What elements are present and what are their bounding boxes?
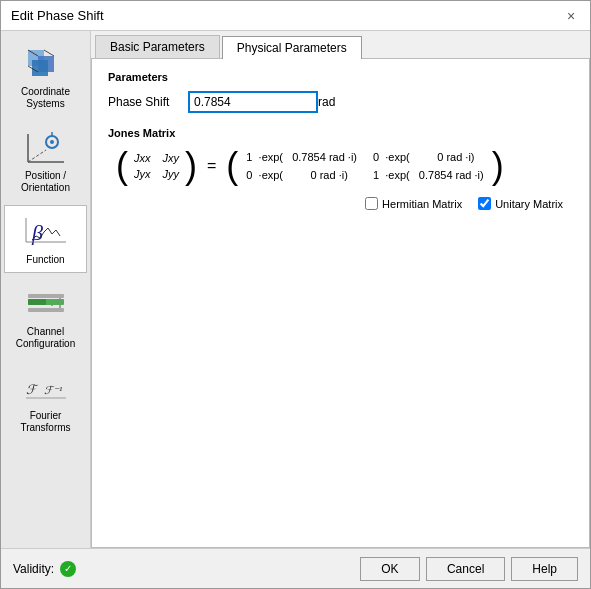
title-bar: Edit Phase Shift × [1,1,590,31]
sidebar-label-position-orientation: Position /Orientation [21,170,70,194]
equals-sign: = [207,157,216,175]
svg-line-8 [28,150,46,162]
unitary-label-text: Unitary Matrix [495,198,563,210]
parameters-section-title: Parameters [108,71,573,83]
help-button[interactable]: Help [511,557,578,581]
sidebar-item-function[interactable]: β Function [4,205,87,273]
validity-label: Validity: [13,562,54,576]
sidebar-item-coordinate-systems[interactable]: CoordinateSystems [4,37,87,117]
tab-physical-parameters[interactable]: Physical Parameters [222,36,362,59]
svg-text:ℱ: ℱ [26,382,39,397]
dialog-title: Edit Phase Shift [11,8,104,23]
matrix-jxx: Jxx [134,152,151,164]
svg-line-20 [52,230,56,234]
left-bracket-open: ( [116,148,128,184]
sidebar-item-position-orientation[interactable]: Position /Orientation [4,121,87,201]
sidebar-label-channel-configuration: ChannelConfiguration [16,326,75,350]
fourier-transforms-icon: ℱ ℱ⁻¹ [22,368,70,408]
sidebar-label-coordinate-systems: CoordinateSystems [21,86,70,110]
matrix-r1c2: 0 ·exp( 0 rad ·i) [373,151,484,163]
phase-shift-row: Phase Shift rad [108,91,573,113]
matrix-r2c2: 1 ·exp( 0.7854 rad ·i) [373,169,484,181]
svg-rect-2 [32,60,48,76]
phase-shift-label: Phase Shift [108,95,188,109]
validity-row: Validity: ✓ [13,561,76,577]
unitary-matrix-checkbox-label[interactable]: Unitary Matrix [478,197,563,210]
cancel-button[interactable]: Cancel [426,557,505,581]
svg-point-10 [50,140,54,144]
phase-shift-input[interactable] [188,91,318,113]
main-content: Basic Parameters Physical Parameters Par… [91,31,590,548]
coordinate-systems-icon [22,44,70,84]
tab-content-physical-parameters: Parameters Phase Shift rad Jones Matrix … [91,59,590,548]
matrix-r2c1: 0 ·exp( 0 rad ·i) [246,169,357,181]
hermitian-matrix-checkbox[interactable] [365,197,378,210]
hermitian-matrix-checkbox-label[interactable]: Hermitian Matrix [365,197,462,210]
tab-basic-parameters[interactable]: Basic Parameters [95,35,220,58]
matrix-right-content: 1 ·exp( 0.7854 rad ·i) 0 ·exp( 0 rad ·i)… [238,147,491,185]
matrix-jyx: Jyx [134,168,151,180]
matrix-r1c1: 1 ·exp( 0.7854 rad ·i) [246,151,357,163]
checkboxes-row: Hermitian Matrix Unitary Matrix [108,197,573,210]
sidebar: CoordinateSystems Position /Orientation [1,31,91,548]
matrix-jyy: Jyy [163,168,180,180]
unitary-matrix-checkbox[interactable] [478,197,491,210]
dialog-footer: Validity: ✓ OK Cancel Help [1,548,590,588]
validity-icon: ✓ [60,561,76,577]
svg-text:β: β [31,220,43,245]
sidebar-item-channel-configuration[interactable]: ChannelConfiguration [4,277,87,357]
position-orientation-icon [22,128,70,168]
svg-line-21 [56,230,60,236]
close-button[interactable]: × [562,7,580,25]
svg-text:ℱ⁻¹: ℱ⁻¹ [44,384,62,396]
dialog-body: CoordinateSystems Position /Orientation [1,31,590,548]
svg-rect-23 [28,299,46,305]
ok-button[interactable]: OK [360,557,420,581]
svg-line-19 [48,228,52,234]
jones-matrix: ( Jxx Jxy Jyx Jyy ) = ( 1 ·exp( 0.7854 r… [116,147,573,185]
jones-matrix-section-title: Jones Matrix [108,127,573,139]
left-bracket-close: ) [185,148,197,184]
svg-rect-26 [28,308,64,312]
right-bracket-open: ( [226,148,238,184]
footer-buttons: OK Cancel Help [360,557,578,581]
tabs: Basic Parameters Physical Parameters [91,31,590,59]
edit-phase-shift-dialog: Edit Phase Shift × CoordinateSystems [0,0,591,589]
channel-configuration-icon [22,284,70,324]
function-icon: β [22,212,70,252]
svg-rect-27 [28,294,64,298]
right-bracket-close: ) [492,148,504,184]
sidebar-label-function: Function [26,254,64,266]
phase-shift-input-wrapper: rad [188,91,335,113]
matrix-left-content: Jxx Jxy Jyx Jyy [128,148,185,184]
svg-line-18 [44,228,48,232]
sidebar-item-fourier-transforms[interactable]: ℱ ℱ⁻¹ FourierTransforms [4,361,87,441]
svg-line-4 [44,50,54,56]
sidebar-label-fourier-transforms: FourierTransforms [20,410,70,434]
hermitian-label-text: Hermitian Matrix [382,198,462,210]
phase-shift-unit: rad [318,95,335,109]
matrix-jxy: Jxy [163,152,180,164]
